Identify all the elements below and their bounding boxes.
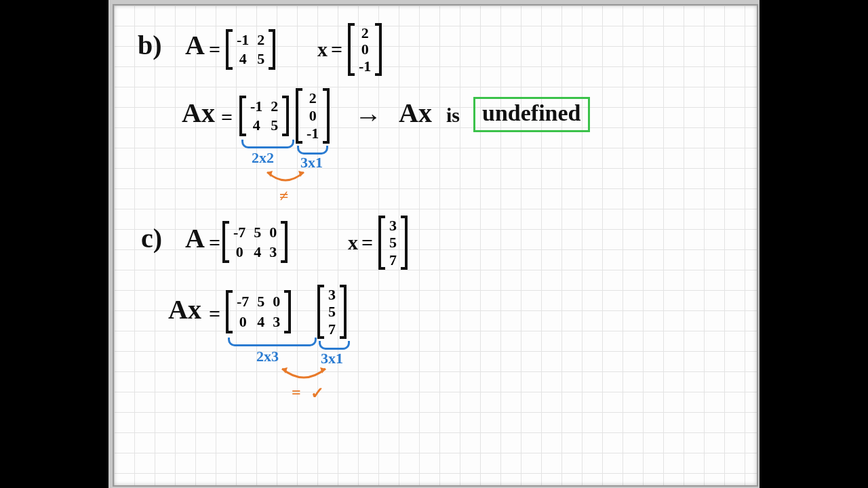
cell: 0: [237, 314, 249, 329]
cell: 5: [254, 224, 261, 240]
c-eq1: =: [209, 231, 220, 254]
c-brace-x: [319, 341, 350, 350]
b-result-box: undefined: [473, 97, 590, 132]
b-x-name: x: [317, 38, 328, 61]
c-x-name: x: [348, 231, 358, 254]
cell: 5: [389, 235, 397, 250]
b-eq1: =: [209, 38, 220, 61]
cell: 0: [307, 108, 319, 123]
cell: 7: [328, 321, 336, 337]
cell: 4: [237, 51, 249, 66]
c-A-name: A: [185, 222, 205, 254]
cell: 5: [328, 304, 336, 319]
cell: -7: [233, 224, 245, 240]
c-Ax-label: Ax: [168, 293, 201, 325]
cell: 4: [257, 314, 264, 329]
cell: 5: [257, 51, 264, 66]
label-c: c): [141, 222, 162, 254]
b-Ax-label: Ax: [182, 97, 215, 129]
cell: 5: [257, 293, 264, 309]
b-eq2: =: [331, 38, 342, 61]
cell: -1: [359, 58, 371, 74]
c-eq3: =: [209, 302, 220, 325]
cell: 0: [233, 244, 245, 260]
cell: -1: [237, 32, 249, 47]
cell: 3: [269, 244, 277, 260]
cell: -7: [237, 293, 249, 309]
cell: 3: [273, 314, 280, 329]
check-icon: ✓: [311, 384, 324, 403]
cell: 7: [389, 252, 397, 268]
cell: 4: [254, 244, 261, 260]
b-eq3: =: [221, 106, 233, 129]
whiteboard-frame: b) A = -1 2 4 5 x = 2 0 -1 Ax: [108, 0, 760, 488]
cell: -1: [250, 98, 262, 114]
cell: 0: [269, 224, 277, 240]
b-vector-x: 2 0 -1: [348, 23, 382, 76]
b-compare-arrow: [262, 168, 309, 188]
cell: 2: [257, 32, 264, 47]
c-Ax-matrixA: -7 5 0 0 4 3: [226, 290, 291, 333]
cell: -1: [307, 125, 319, 141]
cell: 5: [271, 117, 278, 133]
c-vector-x: 3 5 7: [378, 216, 408, 270]
b-matrix-A: -1 2 4 5: [226, 29, 275, 70]
cell: 2: [359, 25, 371, 41]
b-brace-A: [241, 140, 294, 148]
b-Ax-matrixA: -1 2 4 5: [239, 96, 289, 136]
graph-paper: b) A = -1 2 4 5 x = 2 0 -1 Ax: [113, 4, 758, 487]
c-dim-A: 2x3: [256, 348, 279, 365]
c-Ax-vectorX: 3 5 7: [317, 285, 347, 339]
cell: 2: [271, 98, 278, 114]
cell: 3: [328, 287, 336, 302]
cell: 0: [273, 293, 280, 309]
c-compare: =: [292, 384, 301, 402]
cell: 0: [359, 41, 371, 57]
c-compare-arrow: [277, 365, 331, 385]
cell: 3: [389, 218, 397, 233]
b-compare: ≠: [279, 187, 288, 205]
b-result-is: is: [446, 104, 460, 127]
b-A-name: A: [185, 29, 205, 61]
b-result: undefined: [482, 100, 581, 125]
c-matrix-A: -7 5 0 0 4 3: [222, 221, 288, 263]
b-Ax-vectorX: 2 0 -1: [296, 88, 330, 144]
c-eq2: =: [361, 231, 373, 254]
label-b: b): [138, 29, 162, 61]
b-result-Ax: Ax: [399, 97, 432, 129]
cell: 2: [307, 90, 319, 106]
b-dim-A: 2x2: [252, 149, 274, 167]
c-brace-A: [228, 338, 317, 346]
arrow-icon: →: [355, 100, 382, 132]
cell: 4: [250, 117, 262, 133]
